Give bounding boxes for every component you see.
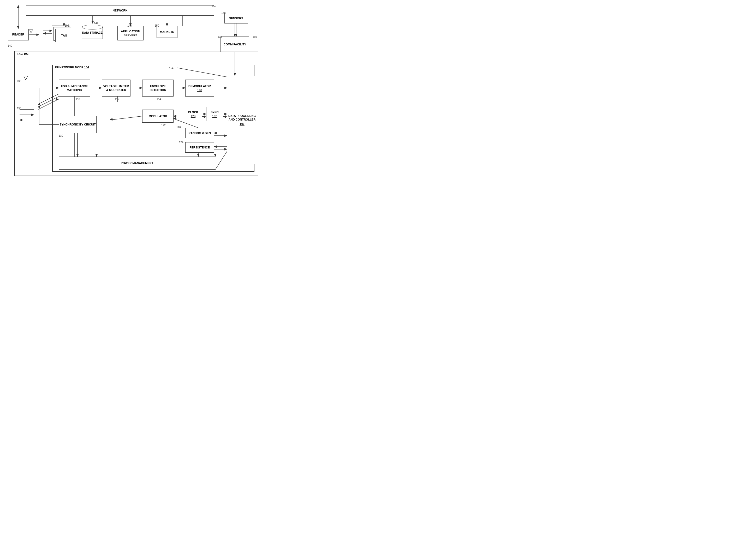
network-label: NETWORK bbox=[113, 9, 128, 12]
cylinder-top bbox=[82, 25, 103, 30]
svg-marker-23 bbox=[235, 34, 237, 37]
power-mgmt-label: POWER MANAGEMENT bbox=[121, 161, 153, 165]
envelope-box: ENVELOPE DETECTION bbox=[142, 80, 174, 96]
envelope-ref: 114 bbox=[157, 98, 161, 101]
antenna-symbol-reader: ▽ bbox=[29, 28, 33, 34]
esd-box: ESD & IMPEDANCE MATCHING bbox=[59, 80, 90, 96]
markets-box: MARKETS bbox=[157, 26, 177, 38]
markets-label: MARKETS bbox=[160, 30, 174, 34]
sensors-label: SENSORS bbox=[229, 16, 243, 20]
svg-marker-3 bbox=[17, 5, 19, 8]
svg-marker-29 bbox=[43, 32, 46, 35]
reader-label: READER bbox=[12, 33, 24, 36]
antenna-ref: 108 bbox=[17, 80, 21, 82]
app-servers-label: APPLICATION SERVERS bbox=[118, 30, 143, 37]
clock-box: CLOCK 120 bbox=[184, 107, 202, 121]
markets-ref: 150 bbox=[155, 24, 159, 27]
data-storage-area: DATA STORAGE bbox=[80, 23, 104, 41]
data-storage-ref: 144 bbox=[94, 22, 98, 25]
sync-circuit-label: SYNCHRONICITY CIRCUIT bbox=[60, 122, 96, 126]
sensors-ref: 138 bbox=[221, 12, 226, 14]
modulator-label: MODULATOR bbox=[149, 114, 167, 118]
app-servers-ref: 148 bbox=[127, 24, 132, 27]
network-box: NETWORK bbox=[26, 5, 214, 16]
svg-marker-15 bbox=[166, 23, 168, 26]
sensors-box: SENSORS bbox=[225, 13, 248, 23]
persistence-ref: 124 bbox=[179, 141, 183, 144]
sync-label: SYNC bbox=[211, 110, 219, 114]
network-ref: 152 bbox=[212, 5, 216, 8]
rf-node-label: RF NETWORK NODE 104 bbox=[55, 66, 89, 69]
comm-facility-label: COMM FACILITY bbox=[224, 42, 246, 46]
voltage-label: VOLTAGE LIMITER & MULTIPLIER bbox=[102, 84, 130, 92]
random-gen-ref: 128 bbox=[176, 126, 181, 129]
antenna-symbol-left: ▽ bbox=[23, 74, 28, 81]
random-gen-label: RANDOM # GEN bbox=[188, 131, 211, 135]
modulator-box: MODULATOR bbox=[142, 110, 174, 122]
data-proc-label: DATA PROCESSING AND CONTROLLER bbox=[227, 114, 257, 121]
voltage-box: VOLTAGE LIMITER & MULTIPLIER bbox=[102, 80, 130, 96]
tag-ref: 102 bbox=[65, 24, 69, 27]
data-processing-box: DATA PROCESSING AND CONTROLLER 132 bbox=[227, 76, 257, 164]
voltage-ref: 112 bbox=[115, 98, 119, 101]
demodulator-box: DEMODULATOR 118 bbox=[185, 80, 214, 96]
comm-facility-box: COMM FACILITY bbox=[221, 37, 249, 52]
conn2-ref: 158 bbox=[17, 107, 21, 110]
demodulator-label: DEMODULATOR bbox=[188, 84, 211, 88]
tag-box: TAG bbox=[55, 29, 73, 42]
random-gen-box: RANDOM # GEN bbox=[185, 128, 214, 138]
tag-label: TAG bbox=[61, 34, 67, 37]
diagram-container: NETWORK 152 READER 140 ▽ TAG 102 DATA ST… bbox=[0, 0, 261, 185]
modulator-ref: 122 bbox=[161, 124, 166, 127]
envelope-label: ENVELOPE DETECTION bbox=[143, 84, 173, 92]
app-servers-box: APPLICATION SERVERS bbox=[118, 26, 144, 40]
comm-facility-ref: 134 bbox=[218, 36, 222, 38]
clock-ref: 120 bbox=[191, 114, 196, 118]
tag-outer-label: TAG 102 bbox=[17, 52, 28, 55]
clock-label: CLOCK bbox=[188, 110, 198, 114]
data-proc-ref: 132 bbox=[240, 122, 244, 126]
conn1-ref: 154 bbox=[169, 67, 174, 70]
svg-marker-1 bbox=[17, 26, 19, 29]
power-management-box: POWER MANAGEMENT bbox=[59, 156, 215, 170]
esd-label: ESD & IMPEDANCE MATCHING bbox=[59, 84, 90, 92]
sync-box: SYNC 162 bbox=[206, 107, 223, 121]
svg-marker-25 bbox=[37, 34, 39, 36]
demodulator-ref: 118 bbox=[197, 88, 202, 92]
persistence-label: PERSISTENCE bbox=[189, 146, 210, 149]
svg-marker-19 bbox=[234, 34, 236, 37]
sync-ref: 162 bbox=[212, 114, 217, 118]
sync-circuit-ref: 130 bbox=[59, 134, 63, 137]
synchronicity-circuit-box: SYNCHRONICITY CIRCUIT bbox=[59, 116, 96, 133]
reader-ref: 140 bbox=[8, 44, 12, 47]
persistence-box: PERSISTENCE bbox=[185, 142, 214, 153]
comm-ref2: 160 bbox=[253, 36, 257, 38]
esd-ref: 110 bbox=[76, 98, 80, 101]
data-storage-label: DATA STORAGE bbox=[82, 31, 102, 35]
reader-box: READER bbox=[8, 29, 29, 40]
